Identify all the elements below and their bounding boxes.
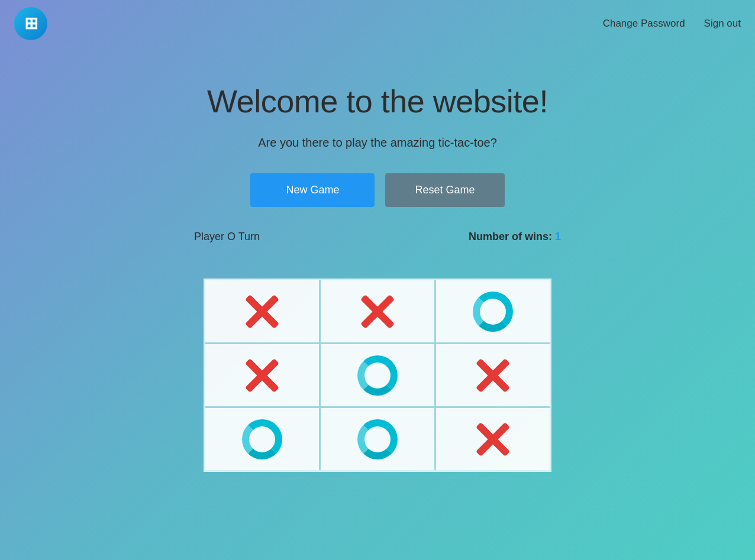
change-password-link[interactable]: Change Password [603, 18, 685, 30]
sign-out-link[interactable]: Sign out [704, 18, 741, 30]
header: ⊞ Change Password Sign out [0, 0, 755, 47]
o-mark [357, 355, 398, 396]
button-row: New Game Reset Game [250, 173, 504, 207]
board-cell[interactable] [205, 344, 319, 406]
x-mark [357, 291, 398, 332]
new-game-button[interactable]: New Game [250, 173, 375, 207]
x-mark [241, 355, 283, 396]
main-content: Welcome to the website! Are you there to… [0, 47, 755, 472]
logo: ⊞ [14, 7, 47, 40]
wins-label: Number of wins: 1 [469, 231, 561, 243]
board-cell[interactable] [436, 408, 550, 470]
board-cell[interactable] [321, 344, 434, 406]
game-board [204, 279, 551, 472]
board-cell[interactable] [436, 280, 550, 342]
board-cell[interactable] [205, 280, 319, 342]
o-mark [357, 419, 398, 459]
board-cell[interactable] [436, 344, 550, 406]
player-turn-label: Player O Turn [194, 231, 260, 243]
wins-count: 1 [555, 231, 561, 242]
subtitle: Are you there to play the amazing tic-ta… [258, 136, 497, 150]
logo-icon: ⊞ [24, 15, 38, 32]
nav: Change Password Sign out [603, 18, 741, 30]
x-mark [241, 291, 283, 332]
status-row: Player O Turn Number of wins: 1 [188, 231, 567, 243]
x-mark [472, 419, 514, 460]
x-mark [472, 355, 514, 396]
welcome-title: Welcome to the website! [207, 83, 548, 119]
board-cell[interactable] [321, 408, 434, 470]
board-cell[interactable] [205, 408, 319, 470]
o-mark [242, 419, 282, 459]
reset-game-button[interactable]: Reset Game [385, 173, 504, 207]
board-cell[interactable] [321, 280, 434, 342]
o-mark [473, 292, 513, 332]
